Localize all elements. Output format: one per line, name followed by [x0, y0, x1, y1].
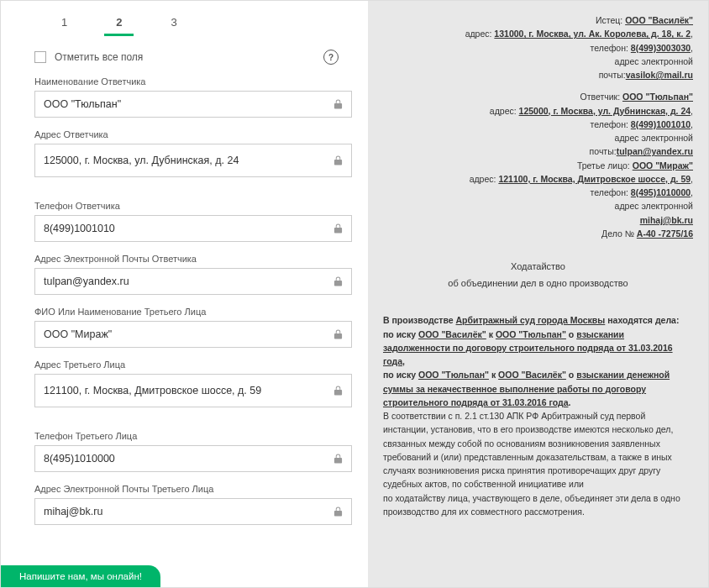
lock-icon: [333, 155, 343, 166]
lock-icon: [333, 328, 343, 340]
field-label: Адрес Электронной Почты Ответчика: [34, 254, 351, 264]
field-label: Наименование Ответчика: [34, 76, 351, 87]
tab-1[interactable]: 1: [50, 11, 79, 36]
lock-icon: [333, 223, 343, 234]
field-input-1[interactable]: [34, 144, 352, 177]
check-all-label: Отметить все поля: [55, 51, 143, 63]
document-title: Ходатайство: [383, 261, 693, 271]
check-all-checkbox[interactable]: [34, 51, 46, 63]
tab-2[interactable]: 2: [104, 11, 134, 36]
field-input-6[interactable]: [34, 445, 352, 472]
field-input-2[interactable]: [34, 215, 352, 242]
field-label: Адрес Третьего Лица: [34, 360, 351, 370]
tab-3[interactable]: 3: [159, 11, 188, 36]
chat-widget[interactable]: Напишите нам, мы онлайн!: [1, 565, 160, 587]
field-label: Телефон Третьего Лица: [34, 431, 351, 441]
field-label: ФИО Или Наименование Третьего Лица: [34, 307, 351, 317]
lock-icon: [333, 276, 343, 287]
field-input-4[interactable]: [34, 321, 352, 348]
field-input-0[interactable]: [34, 91, 352, 118]
field-input-5[interactable]: [34, 374, 352, 407]
lock-icon: [333, 385, 343, 396]
tab-bar: 1 2 3: [50, 11, 351, 36]
field-input-7[interactable]: [34, 498, 352, 525]
help-icon[interactable]: ?: [323, 50, 339, 65]
lock-icon: [333, 453, 343, 465]
field-label: Адрес Ответчика: [34, 129, 351, 139]
lock-icon: [333, 506, 343, 517]
field-input-3[interactable]: [34, 268, 352, 295]
field-label: Адрес Электронной Почты Третьего Лица: [34, 484, 351, 494]
document-preview: Истец: ООО "Василёк" адрес: 131000, г. М…: [368, 1, 708, 587]
document-subtitle: об объединении дел в одно производство: [383, 278, 693, 288]
lock-icon: [333, 98, 343, 110]
field-label: Телефон Ответчика: [34, 201, 351, 211]
